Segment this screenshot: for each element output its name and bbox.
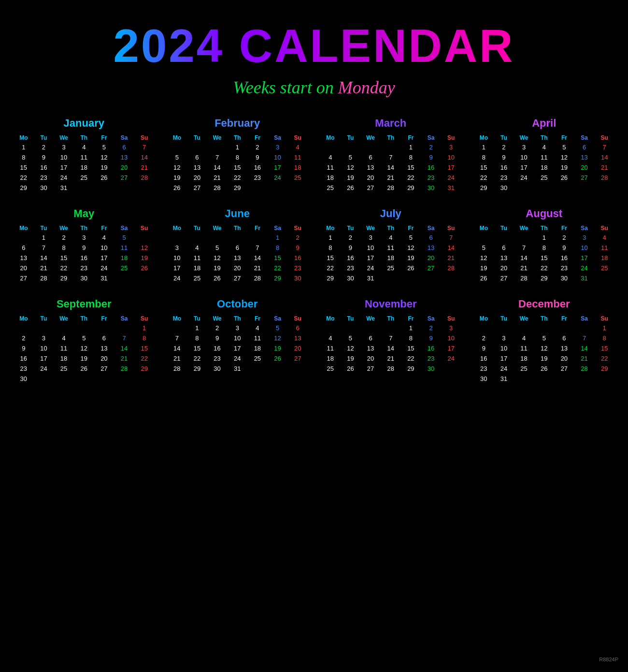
day-cell: 19 xyxy=(534,353,554,364)
day-header-su: Su xyxy=(134,224,155,233)
day-cell: 4 xyxy=(594,233,614,243)
day-cell: 28 xyxy=(134,173,155,183)
day-header-tu: Tu xyxy=(187,224,207,233)
day-cell: 7 xyxy=(167,333,187,343)
day-cell: 15 xyxy=(14,162,34,173)
day-cell: 18 xyxy=(187,263,207,273)
day-cell: 20 xyxy=(227,263,247,273)
day-cell: 3 xyxy=(574,233,595,243)
month-block-october: OctoberMoTuWeThFrSaSu 123456789101112131… xyxy=(163,298,312,389)
day-header-sa: Sa xyxy=(268,133,288,142)
day-cell: 20 xyxy=(94,353,114,364)
day-header-th: Th xyxy=(74,224,94,233)
day-cell: 23 xyxy=(474,364,494,374)
day-cell: 2 xyxy=(14,333,34,343)
day-cell: 1 xyxy=(34,233,54,243)
day-cell: 25 xyxy=(114,263,134,273)
day-cell: 21 xyxy=(114,353,134,364)
day-cell: 11 xyxy=(594,243,614,253)
day-cell: 29 xyxy=(401,183,421,193)
day-cell: 4 xyxy=(54,333,74,343)
day-cell: 5 xyxy=(114,233,134,243)
day-cell: 19 xyxy=(474,263,494,273)
day-cell: 12 xyxy=(474,253,494,263)
day-cell: 17 xyxy=(227,343,247,353)
month-table: MoTuWeThFrSaSu 1234567891011121314151617… xyxy=(167,224,308,283)
day-cell: 3 xyxy=(167,243,187,253)
day-cell: 28 xyxy=(381,364,401,374)
day-cell: 20 xyxy=(494,263,514,273)
day-cell: 14 xyxy=(381,343,401,353)
day-cell: 24 xyxy=(441,353,461,364)
day-cell: 16 xyxy=(74,253,94,263)
month-name: August xyxy=(474,207,615,220)
day-header-mo: Mo xyxy=(320,224,341,233)
day-cell: 19 xyxy=(341,353,361,364)
day-cell: 2 xyxy=(474,333,494,343)
day-cell: 31 xyxy=(227,364,247,374)
month-name: March xyxy=(320,117,461,130)
day-cell: 20 xyxy=(421,253,441,263)
day-cell: 24 xyxy=(227,353,247,364)
day-header-mo: Mo xyxy=(320,133,341,142)
day-cell: 23 xyxy=(207,353,228,364)
day-cell: 22 xyxy=(401,353,421,364)
day-cell: 2 xyxy=(34,142,54,152)
day-cell: 6 xyxy=(494,243,514,253)
day-cell: 5 xyxy=(474,243,494,253)
day-cell: 8 xyxy=(401,152,421,162)
day-cell: 28 xyxy=(247,273,268,283)
day-cell: 15 xyxy=(594,343,614,353)
month-block-december: DecemberMoTuWeThFrSaSu 12345678910111213… xyxy=(470,298,619,389)
day-cell: 29 xyxy=(134,364,155,374)
day-cell: 2 xyxy=(421,142,441,152)
day-cell: 27 xyxy=(554,364,574,374)
day-cell: 30 xyxy=(341,273,361,283)
day-cell: 9 xyxy=(421,333,441,343)
month-name: February xyxy=(167,117,308,130)
day-cell: 5 xyxy=(207,243,228,253)
day-cell: 1 xyxy=(14,142,34,152)
day-cell: 23 xyxy=(34,173,54,183)
day-cell: 16 xyxy=(474,353,494,364)
month-block-may: MayMoTuWeThFrSaSu 12345 6789101112131415… xyxy=(10,207,158,288)
day-cell: 3 xyxy=(441,142,461,152)
subtitle-pink: Monday xyxy=(338,78,395,97)
day-cell: 4 xyxy=(94,233,114,243)
day-cell: 8 xyxy=(268,243,288,253)
day-cell: 8 xyxy=(401,333,421,343)
day-cell: 31 xyxy=(441,183,461,193)
day-header-tu: Tu xyxy=(341,314,361,323)
day-cell: 15 xyxy=(187,343,207,353)
day-cell: 14 xyxy=(114,343,134,353)
day-header-su: Su xyxy=(441,224,461,233)
day-cell: 24 xyxy=(167,273,187,283)
day-cell: 27 xyxy=(227,273,247,283)
day-cell: 7 xyxy=(514,243,534,253)
day-cell: 29 xyxy=(14,183,34,193)
day-cell: 27 xyxy=(14,273,34,283)
day-cell: 25 xyxy=(534,173,554,183)
day-header-tu: Tu xyxy=(494,133,514,142)
day-cell: 26 xyxy=(341,183,361,193)
day-cell: 18 xyxy=(381,253,401,263)
day-cell: 5 xyxy=(167,152,187,162)
day-cell: 30 xyxy=(421,364,441,374)
day-cell: 2 xyxy=(494,142,514,152)
day-cell: 8 xyxy=(54,243,74,253)
day-cell: 23 xyxy=(421,173,441,183)
day-cell: 3 xyxy=(360,233,381,243)
day-header-we: We xyxy=(514,224,534,233)
day-header-th: Th xyxy=(74,133,94,142)
day-cell: 19 xyxy=(94,162,114,173)
day-cell: 22 xyxy=(268,263,288,273)
day-header-th: Th xyxy=(381,314,401,323)
day-cell: 31 xyxy=(574,273,595,283)
calendar-grid: JanuaryMoTuWeThFrSaSu1234567891011121314… xyxy=(10,117,618,389)
day-header-we: We xyxy=(54,133,74,142)
calendar-text: CALENDAR xyxy=(239,20,515,72)
day-cell: 3 xyxy=(268,142,288,152)
day-cell: 18 xyxy=(320,353,341,364)
day-cell: 29 xyxy=(227,183,247,193)
day-cell: 15 xyxy=(268,253,288,263)
